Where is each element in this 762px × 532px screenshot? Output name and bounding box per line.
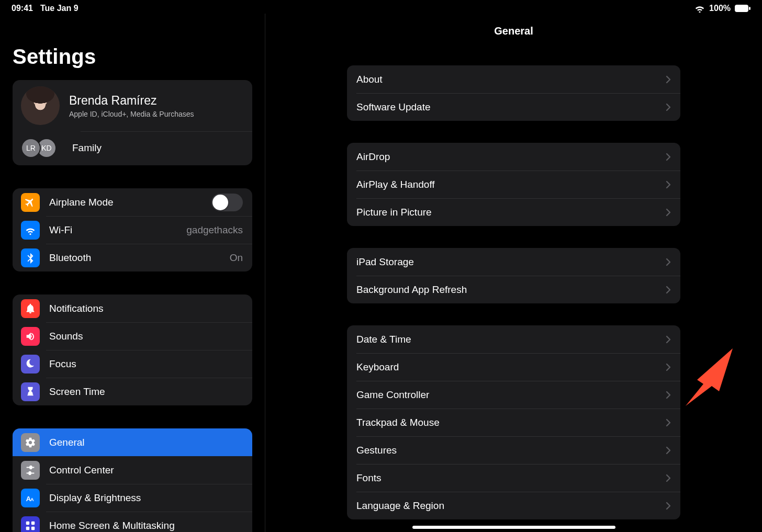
family-row[interactable]: LR KD Family	[13, 132, 252, 165]
bluetooth-icon	[21, 248, 40, 267]
battery-pct: 100%	[709, 4, 731, 13]
row-picture-in-picture[interactable]: Picture in Picture	[347, 198, 680, 226]
account-card[interactable]: Brenda Ramírez Apple ID, iCloud+, Media …	[13, 80, 252, 165]
svg-rect-6	[26, 526, 29, 529]
status-bar: 09:41 Tue Jan 9 100%	[0, 0, 762, 14]
detail-title: General	[265, 25, 762, 37]
row-label: Gestures	[356, 445, 666, 456]
sidebar-item-screentime[interactable]: Screen Time	[13, 378, 252, 405]
chevron-right-icon	[666, 418, 671, 427]
sidebar-item-general[interactable]: General	[13, 428, 252, 456]
sidebar-item-label: Bluetooth	[49, 252, 220, 264]
chevron-right-icon	[666, 208, 671, 217]
network-group: Airplane Mode Wi-Fi gadgethacks Bluetoot…	[13, 188, 252, 271]
chevron-right-icon	[666, 258, 671, 266]
sidebar-item-wifi[interactable]: Wi-Fi gadgethacks	[13, 216, 252, 244]
row-label: Fonts	[356, 472, 666, 484]
sidebar-item-label: Focus	[49, 358, 243, 370]
row-keyboard[interactable]: Keyboard	[347, 353, 680, 381]
sidebar-item-label: Display & Brightness	[49, 492, 243, 504]
sidebar-item-label: Sounds	[49, 331, 243, 342]
svg-rect-7	[31, 526, 35, 529]
chevron-right-icon	[666, 446, 671, 455]
chevron-right-icon	[666, 502, 671, 510]
row-label: Software Update	[356, 101, 666, 113]
hourglass-icon	[21, 382, 40, 401]
bluetooth-value: On	[230, 252, 243, 264]
chevron-right-icon	[666, 286, 671, 294]
row-label: Language & Region	[356, 500, 666, 512]
chevron-right-icon	[666, 75, 671, 84]
sidebar-item-controlcenter[interactable]: Control Center	[13, 456, 252, 484]
text-size-icon: AA	[21, 489, 40, 507]
sidebar-item-notifications[interactable]: Notifications	[13, 295, 252, 322]
row-about[interactable]: About	[347, 65, 680, 93]
settings-group: Date & TimeKeyboardGame ControllerTrackp…	[347, 325, 680, 519]
bell-icon	[21, 299, 40, 318]
chevron-right-icon	[666, 153, 671, 161]
row-label: Background App Refresh	[356, 284, 666, 296]
sidebar-item-homescreen[interactable]: Home Screen & Multitasking	[13, 512, 252, 532]
sidebar-item-airplane[interactable]: Airplane Mode	[13, 188, 252, 216]
battery-icon	[735, 5, 750, 12]
row-label: About	[356, 74, 666, 85]
sidebar-item-label: Wi-Fi	[49, 224, 177, 236]
airplane-toggle[interactable]	[211, 194, 243, 211]
row-label: Date & Time	[356, 334, 666, 345]
home-indicator	[412, 526, 615, 529]
row-label: Trackpad & Mouse	[356, 417, 666, 428]
grid-icon	[21, 516, 40, 533]
svg-rect-4	[26, 521, 29, 524]
row-label: Game Controller	[356, 389, 666, 401]
row-airplay-handoff[interactable]: AirPlay & Handoff	[347, 171, 680, 198]
airplane-icon	[21, 193, 40, 212]
svg-rect-0	[735, 5, 748, 12]
moon-icon	[21, 355, 40, 373]
detail-pane: General AboutSoftware UpdateAirDropAirPl…	[265, 14, 762, 532]
sidebar-item-sounds[interactable]: Sounds	[13, 322, 252, 350]
row-date-time[interactable]: Date & Time	[347, 325, 680, 353]
chevron-right-icon	[666, 180, 671, 189]
row-game-controller[interactable]: Game Controller	[347, 381, 680, 409]
status-time: 09:41	[12, 4, 33, 13]
chevron-right-icon	[666, 474, 671, 482]
row-trackpad-mouse[interactable]: Trackpad & Mouse	[347, 409, 680, 436]
sidebar-item-bluetooth[interactable]: Bluetooth On	[13, 244, 252, 271]
row-label: AirDrop	[356, 151, 666, 163]
family-avatars: LR KD	[21, 138, 59, 158]
speaker-icon	[21, 327, 40, 346]
chevron-right-icon	[666, 103, 671, 111]
sidebar-item-label: Screen Time	[49, 386, 243, 398]
chevron-right-icon	[666, 391, 671, 399]
row-language-region[interactable]: Language & Region	[347, 492, 680, 519]
row-gestures[interactable]: Gestures	[347, 436, 680, 464]
sidebar-item-label: Notifications	[49, 303, 243, 314]
sidebar-item-label: Control Center	[49, 465, 243, 476]
row-airdrop[interactable]: AirDrop	[347, 143, 680, 171]
row-label: Picture in Picture	[356, 207, 666, 218]
row-ipad-storage[interactable]: iPad Storage	[347, 248, 680, 276]
notify-group: Notifications Sounds Focus Screen Time	[13, 295, 252, 405]
chevron-right-icon	[666, 363, 671, 371]
chevron-right-icon	[666, 335, 671, 344]
row-background-app-refresh[interactable]: Background App Refresh	[347, 276, 680, 303]
avatar	[21, 86, 60, 125]
sidebar-item-label: Airplane Mode	[49, 197, 202, 208]
sliders-icon	[21, 461, 40, 480]
svg-rect-1	[749, 7, 750, 10]
sidebar-item-display[interactable]: AA Display & Brightness	[13, 484, 252, 512]
row-label: Keyboard	[356, 361, 666, 373]
status-date: Tue Jan 9	[40, 4, 79, 13]
svg-text:A: A	[30, 496, 34, 502]
svg-rect-5	[31, 521, 35, 524]
settings-group: iPad StorageBackground App Refresh	[347, 248, 680, 303]
row-label: iPad Storage	[356, 256, 666, 268]
sidebar-item-focus[interactable]: Focus	[13, 350, 252, 378]
row-software-update[interactable]: Software Update	[347, 93, 680, 121]
row-label: AirPlay & Handoff	[356, 179, 666, 190]
settings-group: AboutSoftware Update	[347, 65, 680, 121]
page-title: Settings	[13, 45, 252, 69]
row-fonts[interactable]: Fonts	[347, 464, 680, 492]
account-subtitle: Apple ID, iCloud+, Media & Purchases	[69, 110, 194, 118]
wifi-icon	[694, 4, 705, 13]
